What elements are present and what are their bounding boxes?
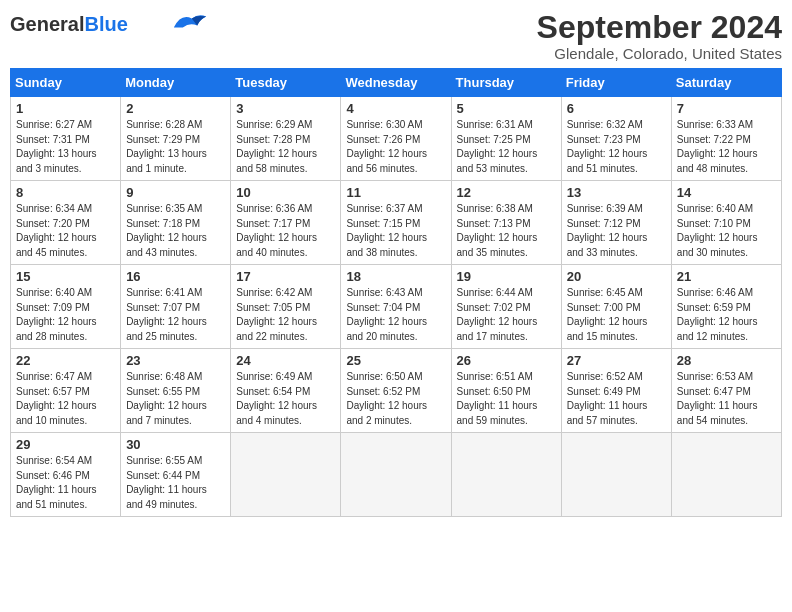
table-row: 1Sunrise: 6:27 AM Sunset: 7:31 PM Daylig… [11, 97, 121, 181]
day-number: 16 [126, 269, 225, 284]
day-info: Sunrise: 6:30 AM Sunset: 7:26 PM Dayligh… [346, 118, 445, 176]
day-info: Sunrise: 6:46 AM Sunset: 6:59 PM Dayligh… [677, 286, 776, 344]
day-info: Sunrise: 6:28 AM Sunset: 7:29 PM Dayligh… [126, 118, 225, 176]
day-number: 9 [126, 185, 225, 200]
day-info: Sunrise: 6:49 AM Sunset: 6:54 PM Dayligh… [236, 370, 335, 428]
day-number: 12 [457, 185, 556, 200]
table-row: 12Sunrise: 6:38 AM Sunset: 7:13 PM Dayli… [451, 181, 561, 265]
day-info: Sunrise: 6:36 AM Sunset: 7:17 PM Dayligh… [236, 202, 335, 260]
table-row: 29Sunrise: 6:54 AM Sunset: 6:46 PM Dayli… [11, 433, 121, 517]
day-info: Sunrise: 6:53 AM Sunset: 6:47 PM Dayligh… [677, 370, 776, 428]
day-info: Sunrise: 6:54 AM Sunset: 6:46 PM Dayligh… [16, 454, 115, 512]
header-monday: Monday [121, 69, 231, 97]
logo-bird-icon [172, 11, 208, 33]
day-info: Sunrise: 6:45 AM Sunset: 7:00 PM Dayligh… [567, 286, 666, 344]
header-saturday: Saturday [671, 69, 781, 97]
header-friday: Friday [561, 69, 671, 97]
table-row: 2Sunrise: 6:28 AM Sunset: 7:29 PM Daylig… [121, 97, 231, 181]
header-tuesday: Tuesday [231, 69, 341, 97]
day-number: 15 [16, 269, 115, 284]
day-number: 26 [457, 353, 556, 368]
day-info: Sunrise: 6:44 AM Sunset: 7:02 PM Dayligh… [457, 286, 556, 344]
table-row: 13Sunrise: 6:39 AM Sunset: 7:12 PM Dayli… [561, 181, 671, 265]
day-number: 10 [236, 185, 335, 200]
table-row: 19Sunrise: 6:44 AM Sunset: 7:02 PM Dayli… [451, 265, 561, 349]
table-row: 5Sunrise: 6:31 AM Sunset: 7:25 PM Daylig… [451, 97, 561, 181]
table-row: 22Sunrise: 6:47 AM Sunset: 6:57 PM Dayli… [11, 349, 121, 433]
day-info: Sunrise: 6:37 AM Sunset: 7:15 PM Dayligh… [346, 202, 445, 260]
logo-general: General [10, 13, 84, 35]
day-info: Sunrise: 6:55 AM Sunset: 6:44 PM Dayligh… [126, 454, 225, 512]
day-number: 23 [126, 353, 225, 368]
day-info: Sunrise: 6:51 AM Sunset: 6:50 PM Dayligh… [457, 370, 556, 428]
table-row [231, 433, 341, 517]
table-row: 18Sunrise: 6:43 AM Sunset: 7:04 PM Dayli… [341, 265, 451, 349]
table-row [671, 433, 781, 517]
header-sunday: Sunday [11, 69, 121, 97]
day-number: 29 [16, 437, 115, 452]
table-row: 16Sunrise: 6:41 AM Sunset: 7:07 PM Dayli… [121, 265, 231, 349]
day-info: Sunrise: 6:33 AM Sunset: 7:22 PM Dayligh… [677, 118, 776, 176]
day-number: 3 [236, 101, 335, 116]
day-info: Sunrise: 6:35 AM Sunset: 7:18 PM Dayligh… [126, 202, 225, 260]
day-number: 11 [346, 185, 445, 200]
table-row: 23Sunrise: 6:48 AM Sunset: 6:55 PM Dayli… [121, 349, 231, 433]
day-number: 14 [677, 185, 776, 200]
day-number: 6 [567, 101, 666, 116]
table-row: 8Sunrise: 6:34 AM Sunset: 7:20 PM Daylig… [11, 181, 121, 265]
table-row: 24Sunrise: 6:49 AM Sunset: 6:54 PM Dayli… [231, 349, 341, 433]
table-row: 4Sunrise: 6:30 AM Sunset: 7:26 PM Daylig… [341, 97, 451, 181]
day-number: 7 [677, 101, 776, 116]
table-row: 9Sunrise: 6:35 AM Sunset: 7:18 PM Daylig… [121, 181, 231, 265]
calendar-table: Sunday Monday Tuesday Wednesday Thursday… [10, 68, 782, 517]
logo-blue: Blue [84, 13, 127, 35]
day-info: Sunrise: 6:31 AM Sunset: 7:25 PM Dayligh… [457, 118, 556, 176]
day-number: 28 [677, 353, 776, 368]
day-number: 19 [457, 269, 556, 284]
day-number: 8 [16, 185, 115, 200]
day-info: Sunrise: 6:48 AM Sunset: 6:55 PM Dayligh… [126, 370, 225, 428]
day-info: Sunrise: 6:52 AM Sunset: 6:49 PM Dayligh… [567, 370, 666, 428]
day-info: Sunrise: 6:27 AM Sunset: 7:31 PM Dayligh… [16, 118, 115, 176]
header-thursday: Thursday [451, 69, 561, 97]
day-number: 25 [346, 353, 445, 368]
table-row: 10Sunrise: 6:36 AM Sunset: 7:17 PM Dayli… [231, 181, 341, 265]
table-row: 21Sunrise: 6:46 AM Sunset: 6:59 PM Dayli… [671, 265, 781, 349]
day-info: Sunrise: 6:41 AM Sunset: 7:07 PM Dayligh… [126, 286, 225, 344]
day-info: Sunrise: 6:38 AM Sunset: 7:13 PM Dayligh… [457, 202, 556, 260]
table-row: 27Sunrise: 6:52 AM Sunset: 6:49 PM Dayli… [561, 349, 671, 433]
day-number: 18 [346, 269, 445, 284]
day-info: Sunrise: 6:43 AM Sunset: 7:04 PM Dayligh… [346, 286, 445, 344]
day-number: 22 [16, 353, 115, 368]
day-number: 2 [126, 101, 225, 116]
page-header: GeneralBlue September 2024 Glendale, Col… [10, 10, 782, 62]
day-number: 13 [567, 185, 666, 200]
table-row: 14Sunrise: 6:40 AM Sunset: 7:10 PM Dayli… [671, 181, 781, 265]
table-row: 17Sunrise: 6:42 AM Sunset: 7:05 PM Dayli… [231, 265, 341, 349]
day-info: Sunrise: 6:40 AM Sunset: 7:10 PM Dayligh… [677, 202, 776, 260]
day-info: Sunrise: 6:39 AM Sunset: 7:12 PM Dayligh… [567, 202, 666, 260]
day-number: 4 [346, 101, 445, 116]
day-info: Sunrise: 6:42 AM Sunset: 7:05 PM Dayligh… [236, 286, 335, 344]
table-row: 28Sunrise: 6:53 AM Sunset: 6:47 PM Dayli… [671, 349, 781, 433]
day-number: 27 [567, 353, 666, 368]
table-row: 20Sunrise: 6:45 AM Sunset: 7:00 PM Dayli… [561, 265, 671, 349]
header-wednesday: Wednesday [341, 69, 451, 97]
logo: GeneralBlue [10, 10, 208, 34]
table-row [341, 433, 451, 517]
table-row: 6Sunrise: 6:32 AM Sunset: 7:23 PM Daylig… [561, 97, 671, 181]
table-row: 11Sunrise: 6:37 AM Sunset: 7:15 PM Dayli… [341, 181, 451, 265]
day-number: 17 [236, 269, 335, 284]
table-row: 25Sunrise: 6:50 AM Sunset: 6:52 PM Dayli… [341, 349, 451, 433]
table-row [451, 433, 561, 517]
table-row: 30Sunrise: 6:55 AM Sunset: 6:44 PM Dayli… [121, 433, 231, 517]
day-info: Sunrise: 6:34 AM Sunset: 7:20 PM Dayligh… [16, 202, 115, 260]
table-row: 7Sunrise: 6:33 AM Sunset: 7:22 PM Daylig… [671, 97, 781, 181]
day-info: Sunrise: 6:47 AM Sunset: 6:57 PM Dayligh… [16, 370, 115, 428]
table-row: 15Sunrise: 6:40 AM Sunset: 7:09 PM Dayli… [11, 265, 121, 349]
day-number: 24 [236, 353, 335, 368]
day-number: 20 [567, 269, 666, 284]
table-row [561, 433, 671, 517]
table-row: 26Sunrise: 6:51 AM Sunset: 6:50 PM Dayli… [451, 349, 561, 433]
day-number: 5 [457, 101, 556, 116]
